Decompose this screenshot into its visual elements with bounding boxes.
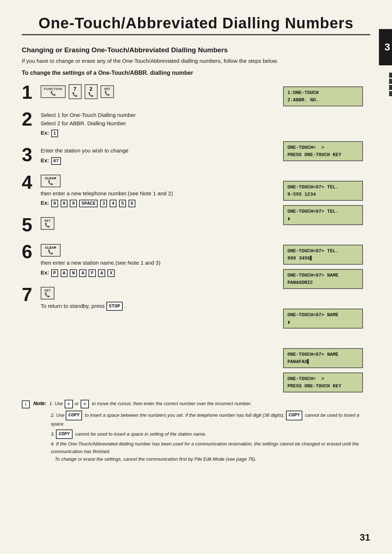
step-number-4: 4 — [22, 173, 36, 192]
lcd-panel-5: ONE-TOUCH<07> TEL. 999 3456▌ — [283, 245, 363, 265]
step-2-text: Select 1 for One-Touch Dialling number S… — [41, 111, 276, 127]
section-tab-marks — [389, 73, 392, 96]
page-container: 3 One-Touch/Abbreviated Dialling Numbers… — [0, 0, 392, 554]
function-key[interactable]: FUNCTION 📞 — [41, 85, 66, 98]
lcd-panel-7: ONE-TOUCH<07> NAME ▮ — [283, 309, 363, 329]
step-6-content: CLEAR 📞 then enter a new station name.(s… — [41, 242, 276, 277]
step-4-content: CLEAR 📞 then enter a new telephone numbe… — [41, 173, 276, 208]
step-3: 3 Enter the station you wish to change E… — [22, 145, 276, 165]
step-4-example: Ex: 9 9 9 SPACE 3 4 5 6 — [41, 200, 276, 207]
step-6: 6 CLEAR 📞 then enter a new station name.… — [22, 242, 276, 277]
note-content: Note: 1. Use < or > to move the cursor, … — [33, 400, 252, 408]
intro-text: If you have to change or erase any of th… — [22, 58, 370, 64]
lcd-panel-8: ONE-TOUCH<07> NAME PANAFAX▌ — [283, 348, 363, 368]
clear-key-6[interactable]: CLEAR 📞 — [41, 244, 61, 257]
lcd-panel-4: ONE-TOUCH<07> TEL. ▮ — [283, 205, 363, 225]
clear-key-4[interactable]: CLEAR 📞 — [41, 175, 61, 187]
step-2-content: Select 1 for One-Touch Dialling number S… — [41, 110, 276, 137]
lcd-column: 1:ONE-TOUCH 2:ABBR. NO. ONE-TOUCH< > PRE… — [283, 83, 370, 392]
step-3-text: Enter the station you wish to change — [41, 147, 276, 155]
step-5-content: SET 📞 — [41, 215, 276, 232]
lcd-panel-2: ONE-TOUCH< > PRESS ONE-TOUCH KEY — [283, 141, 363, 161]
step-5: 5 SET 📞 — [22, 215, 276, 234]
content-area: 1 FUNCTION 📞 7 📞 2 📞 — [22, 83, 370, 392]
step-number-7: 7 — [22, 285, 36, 304]
lcd-panel-1: 1:ONE-TOUCH 2:ABBR. NO. — [283, 86, 363, 106]
note-item-3: 3. COPY cannot be used to insert a space… — [51, 429, 370, 439]
note-items: 2. Use COPY to insert a space between th… — [51, 411, 370, 463]
step-2: 2 Select 1 for One-Touch Dialling number… — [22, 110, 276, 137]
step-6-example: Ex: P A N A F A X — [41, 269, 276, 277]
set-key-5[interactable]: SET 📞 — [41, 217, 54, 230]
step-6-text: then enter a new station name.(see Note … — [41, 259, 276, 267]
note-text-1: 1. Use < or > to move the cursor, then e… — [49, 401, 252, 406]
step-7-text: To return to standby, press STOP . — [41, 302, 276, 311]
step-5-set-icon: SET 📞 — [41, 217, 276, 230]
step-6-clear-icon: CLEAR 📞 — [41, 244, 276, 257]
step-number-6: 6 — [22, 242, 36, 261]
step-number-5: 5 — [22, 215, 36, 234]
step-4-clear-icon: CLEAR 📞 — [41, 174, 276, 187]
step-4-text: then enter a new telephone number.(see N… — [41, 190, 276, 198]
note-item-4: 4. If the One-Touch/Abbreviated dialling… — [51, 440, 370, 463]
step-1-keys: FUNCTION 📞 7 📞 2 📞 SET — [41, 84, 276, 99]
step-1-content: FUNCTION 📞 7 📞 2 📞 SET — [41, 83, 276, 101]
step-number-1: 1 — [22, 83, 36, 102]
set-key-1[interactable]: SET 📞 — [101, 85, 114, 98]
key-2[interactable]: 2 📞 — [85, 84, 98, 99]
step-3-example: Ex: 07 — [41, 157, 276, 165]
note-box: ! Note: 1. Use < or > to move the cursor… — [22, 400, 370, 408]
step-number-2: 2 — [22, 110, 36, 129]
section-tab: 3 — [379, 29, 392, 65]
note-icon: ! — [22, 400, 30, 408]
note-item-2: 2. Use COPY to insert a space between th… — [51, 411, 370, 428]
note-label: Note: — [33, 400, 48, 406]
lcd-panel-6: ONE-TOUCH<07> NAME PANASONIC — [283, 269, 363, 289]
sub-heading: To change the settings of a One-Touch/AB… — [22, 70, 370, 76]
step-1: 1 FUNCTION 📞 7 📞 2 📞 — [22, 83, 276, 102]
page-title: One-Touch/Abbreviated Dialling Numbers — [22, 15, 370, 35]
lcd-panel-9: ONE-TOUCH< > PRESS ONE-TOUCH KEY — [283, 372, 363, 392]
step-2-example: Ex: 1 — [41, 130, 276, 137]
page-number: 31 — [360, 532, 370, 543]
step-4: 4 CLEAR 📞 then enter a new telephone num… — [22, 173, 276, 208]
step-7: 7 SET 📞 To return to standby, press STOP… — [22, 285, 276, 313]
step-7-content: SET 📞 To return to standby, press STOP . — [41, 285, 276, 313]
notes-section: ! Note: 1. Use < or > to move the cursor… — [22, 400, 370, 463]
key-7[interactable]: 7 📞 — [69, 84, 82, 99]
section-heading: Changing or Erasing One-Touch/Abbreviate… — [22, 46, 370, 54]
steps-column: 1 FUNCTION 📞 7 📞 2 📞 — [22, 83, 276, 392]
step-3-content: Enter the station you wish to change Ex:… — [41, 145, 276, 165]
step-number-3: 3 — [22, 145, 36, 164]
set-key-7[interactable]: SET 📞 — [41, 287, 54, 300]
step-7-set-icon: SET 📞 — [41, 286, 276, 300]
lcd-panel-3: ONE-TOUCH<07> TEL. 9-555 1234 — [283, 181, 363, 201]
